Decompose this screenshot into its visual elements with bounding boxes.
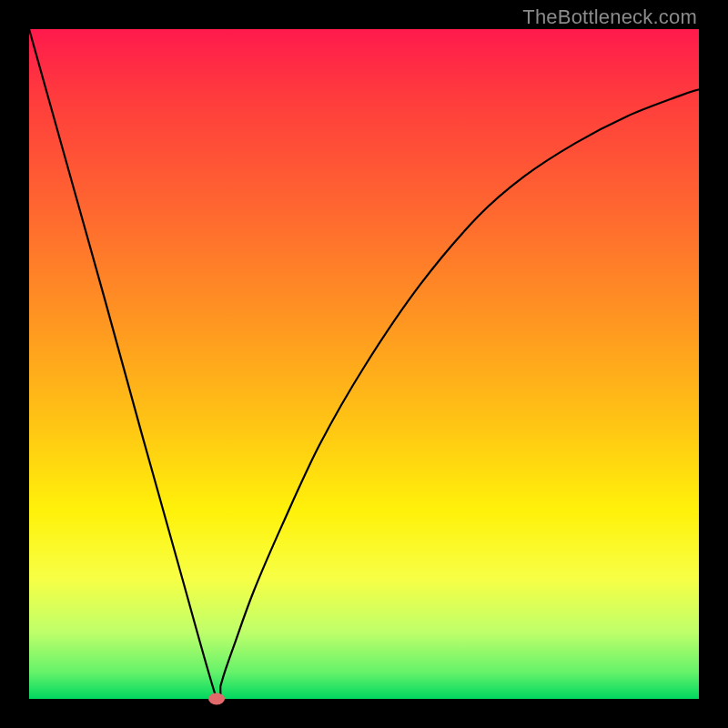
chart-frame: TheBottleneck.com [0,0,728,728]
bottleneck-curve [29,29,699,706]
minimum-marker [208,693,225,705]
watermark-text: TheBottleneck.com [522,5,697,29]
plot-area [29,29,699,699]
curve-svg [29,29,699,699]
